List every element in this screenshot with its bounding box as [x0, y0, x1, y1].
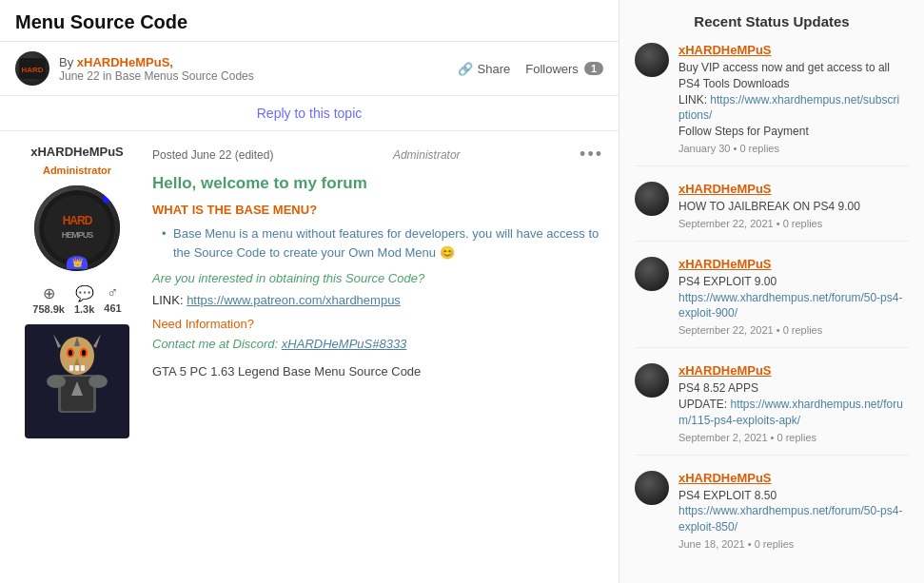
- post-meta-bar: HARD By xHARDHeMPuS, June 22 in Base Men…: [0, 42, 619, 96]
- post-author-username: xHARDHeMPuS: [30, 145, 124, 159]
- post-author-role: Administrator: [43, 165, 111, 176]
- avatar-lg-inner: HARD HEMPUS 🛡 👑: [34, 185, 120, 271]
- reply-link[interactable]: Reply to this topic: [257, 106, 363, 121]
- status-item-2: xHARDHeMPuS PS4 EXPLOIT 9.00 https://www…: [635, 257, 909, 348]
- main-content: Menu Source Code HARD By: [0, 0, 619, 583]
- status-link-2[interactable]: https://www.xhardhempus.net/forum/50-ps4…: [678, 291, 902, 321]
- post-body: Posted June 22 (edited) Administrator ••…: [152, 145, 603, 438]
- post-footer-text: GTA 5 PC 1.63 Legend Base Menu Source Co…: [152, 364, 603, 379]
- svg-point-21: [88, 375, 108, 388]
- post-link-line: LINK: https://www.patreon.com/xhardhempu…: [152, 293, 603, 307]
- status-text-3: PS4 8.52 APPS UPDATE: https://www.xhardh…: [678, 380, 909, 428]
- avatar-sm-inner: HARD: [15, 51, 49, 86]
- svg-text:HARD: HARD: [63, 214, 93, 227]
- followers-count: 1: [584, 62, 603, 75]
- svg-rect-16: [75, 365, 79, 371]
- avatar-sm: HARD: [15, 51, 49, 86]
- status-meta-1: September 22, 2021 • 0 replies: [678, 218, 909, 229]
- status-text-2: PS4 EXPLOIT 9.00 https://www.xhardhempus…: [678, 274, 909, 321]
- recent-status-title: Recent Status Updates: [635, 13, 909, 29]
- post-by: By xHARDHeMPuS,: [59, 55, 254, 69]
- status-meta-3: September 2, 2021 • 0 replies: [678, 432, 909, 443]
- svg-rect-17: [81, 365, 85, 371]
- status-text-1: HOW TO JAILBREAK ON PS4 9.00: [678, 199, 909, 215]
- post-discord: Contact me at Discord: xHARDHeMPuS#8333: [152, 337, 603, 351]
- post-question2: Are you interested in obtaining this Sou…: [152, 271, 603, 285]
- status-meta-4: June 18, 2021 • 0 replies: [678, 538, 909, 550]
- stat-posts-value: 758.9k: [32, 303, 65, 315]
- post-list: Base Menu is a menu without features for…: [152, 224, 603, 262]
- status-avatar-3: [635, 363, 669, 398]
- post-date-label: Posted June 22 (edited): [152, 148, 273, 162]
- svg-point-12: [69, 350, 72, 356]
- status-link-4[interactable]: https://www.xhardhempus.net/forum/50-ps4…: [678, 504, 902, 534]
- reply-bar: Reply to this topic: [0, 96, 619, 131]
- post-meta-left: HARD By xHARDHeMPuS, June 22 in Base Men…: [15, 51, 254, 86]
- status-content-2: xHARDHeMPuS PS4 EXPLOIT 9.00 https://www…: [678, 257, 909, 336]
- post-question1: WHAT IS THE BASE MENU?: [152, 203, 603, 217]
- stat-gender-value: 461: [104, 302, 121, 314]
- svg-point-3: [44, 195, 110, 262]
- post-content-area: xHARDHeMPuS Administrator HARD HEMPUS 🛡 …: [0, 131, 619, 452]
- status-text-4: PS4 EXPLOIT 8.50 https://www.xhardhempus…: [678, 488, 909, 535]
- author-avatar-lg: HARD HEMPUS 🛡 👑: [34, 185, 120, 271]
- post-patreon-link[interactable]: https://www.patreon.com/xhardhempus: [187, 293, 401, 307]
- status-username-1[interactable]: xHARDHeMPuS: [678, 182, 909, 196]
- status-content-1: xHARDHeMPuS HOW TO JAILBREAK ON PS4 9.00…: [678, 182, 909, 229]
- stat-messages: 💬 1.3k: [74, 284, 94, 315]
- svg-text:HEMPUS: HEMPUS: [62, 230, 94, 240]
- status-content-3: xHARDHeMPuS PS4 8.52 APPS UPDATE: https:…: [678, 363, 909, 442]
- status-content-0: xHARDHeMPuS Buy VIP access now and get a…: [678, 43, 909, 154]
- list-item: Base Menu is a menu without features for…: [162, 224, 603, 262]
- right-sidebar: Recent Status Updates xHARDHeMPuS Buy VI…: [619, 0, 924, 583]
- status-item-3: xHARDHeMPuS PS4 8.52 APPS UPDATE: https:…: [635, 363, 909, 455]
- status-text-0: Buy VIP access now and get access to all…: [678, 60, 909, 140]
- status-link-3[interactable]: https://www.xhardhempus.net/foru​m/115-p…: [678, 398, 903, 427]
- followers-wrap: Followers 1: [525, 62, 603, 76]
- svg-rect-15: [69, 365, 73, 371]
- discord-handle-link[interactable]: xHARDHeMPuS#8333: [282, 337, 407, 351]
- author-link[interactable]: xHARDHeMPuS,: [77, 55, 173, 69]
- page-title-bar: Menu Source Code: [0, 0, 619, 42]
- status-username-4[interactable]: xHARDHeMPuS: [678, 471, 909, 485]
- messages-icon: 💬: [75, 284, 94, 302]
- post-author-info: By xHARDHeMPuS, June 22 in Base Menus So…: [59, 55, 254, 83]
- stat-gender: ♂ 461: [104, 284, 121, 315]
- post-info-question: Need Information?: [152, 317, 603, 331]
- svg-point-13: [82, 350, 86, 356]
- post-header-row: Posted June 22 (edited) Administrator ••…: [152, 145, 603, 165]
- status-username-2[interactable]: xHARDHeMPuS: [678, 257, 909, 271]
- gender-icon: ♂: [108, 284, 119, 301]
- post-date: June 22 in Base Menus Source Codes: [59, 69, 254, 83]
- user-sidebar: xHARDHeMPuS Administrator HARD HEMPUS 🛡 …: [15, 145, 139, 438]
- shield-icon: 🛡: [103, 189, 116, 203]
- status-content-4: xHARDHeMPuS PS4 EXPLOIT 8.50 https://www…: [678, 471, 909, 550]
- admin-badge: Administrator: [393, 148, 461, 162]
- page-title: Menu Source Code: [15, 11, 603, 33]
- status-item-0: xHARDHeMPuS Buy VIP access now and get a…: [635, 43, 909, 166]
- status-meta-0: January 30 • 0 replies: [678, 143, 909, 154]
- crown-icon: 👑: [67, 256, 88, 269]
- status-avatar-4: [635, 471, 669, 505]
- status-username-3[interactable]: xHARDHeMPuS: [678, 363, 909, 378]
- status-item-1: xHARDHeMPuS HOW TO JAILBREAK ON PS4 9.00…: [635, 182, 909, 242]
- status-avatar-0: [635, 43, 669, 77]
- status-link-0[interactable]: https://www.xhardhempus.net/subscri​ptio…: [678, 93, 899, 123]
- post-meta-right: 🔗 Share Followers 1: [458, 62, 603, 76]
- more-options-button[interactable]: •••: [580, 145, 603, 165]
- stat-posts: ⊕ 758.9k: [32, 284, 65, 315]
- svg-point-20: [47, 375, 66, 388]
- status-item-4: xHARDHeMPuS PS4 EXPLOIT 8.50 https://www…: [635, 471, 909, 561]
- svg-text:HARD: HARD: [21, 66, 43, 74]
- user-stats: ⊕ 758.9k 💬 1.3k ♂ 461: [15, 284, 139, 315]
- share-icon: 🔗: [458, 62, 473, 76]
- status-meta-2: September 22, 2021 • 0 replies: [678, 324, 909, 336]
- status-avatar-1: [635, 182, 669, 216]
- stat-messages-value: 1.3k: [74, 303, 94, 315]
- share-button[interactable]: 🔗 Share: [458, 62, 511, 76]
- status-username-0[interactable]: xHARDHeMPuS: [678, 43, 909, 57]
- post-greeting: Hello, welcome to my forum: [152, 174, 603, 193]
- character-image: [25, 324, 129, 438]
- posts-icon: ⊕: [43, 284, 55, 302]
- status-avatar-2: [635, 257, 669, 291]
